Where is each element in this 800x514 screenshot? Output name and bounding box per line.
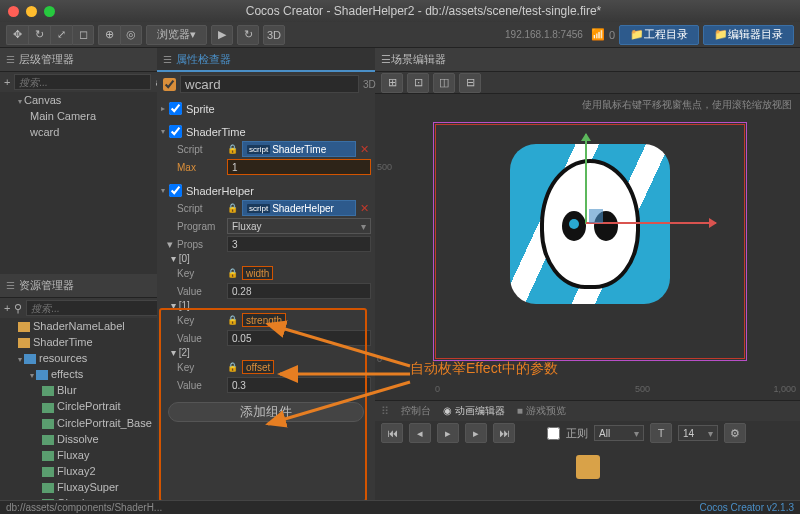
script-label: Script xyxy=(177,203,227,214)
collapse-arrow-icon[interactable]: ▸ xyxy=(161,104,165,113)
lock-icon: 🔒 xyxy=(227,362,238,372)
tree-item-wcard[interactable]: wcard xyxy=(0,124,157,140)
node-enabled-checkbox[interactable] xyxy=(163,78,176,91)
gizmo-y-axis[interactable] xyxy=(585,134,587,224)
bottom-panel-tabs: ⠿ 控制台 ◉ 动画编辑器 ■ 游戏预览 xyxy=(375,401,800,421)
add-node-button[interactable]: + xyxy=(4,76,10,88)
filter-all-dropdown[interactable]: All xyxy=(594,425,644,441)
clear-script-button[interactable]: ✕ xyxy=(358,202,371,215)
anim-last-button[interactable]: ⏭ xyxy=(493,423,515,443)
component-enabled-checkbox[interactable] xyxy=(169,125,182,138)
asset-item[interactable]: CirclePortrait_Base xyxy=(0,415,157,431)
component-enabled-checkbox[interactable] xyxy=(169,184,182,197)
asset-item[interactable]: Blur xyxy=(0,382,157,398)
asset-item[interactable]: Dissolve xyxy=(0,431,157,447)
asset-item[interactable]: Fluxay xyxy=(0,447,157,463)
gizmo-center[interactable] xyxy=(589,209,603,223)
anim-first-button[interactable]: ⏮ xyxy=(381,423,403,443)
scene-tool-button[interactable]: ⊡ xyxy=(407,73,429,93)
key-value-width[interactable]: width xyxy=(242,266,273,280)
tab-handle-icon[interactable]: ⠿ xyxy=(381,405,389,418)
hierarchy-search-input[interactable] xyxy=(14,74,151,90)
sprite-preview[interactable] xyxy=(510,144,670,304)
max-input[interactable] xyxy=(227,159,371,175)
asset-item[interactable]: CirclePortrait xyxy=(0,398,157,414)
filter-button[interactable]: ⚲ xyxy=(14,302,22,315)
inspector-title: 属性检查器 xyxy=(176,52,231,67)
right-column: ☰ 场景编辑器 ⊞ ⊡ ◫ ⊟ 使用鼠标右键平移视窗焦点，使用滚轮缩放视图 0 … xyxy=(375,48,800,500)
clear-script-button[interactable]: ✕ xyxy=(358,143,371,156)
scene-tool-button[interactable]: ⊞ xyxy=(381,73,403,93)
lock-icon: 🔒 xyxy=(227,203,238,213)
array-index-1[interactable]: ▾ [1] xyxy=(161,300,371,311)
tool-move-button[interactable]: ✥ xyxy=(6,25,28,45)
scene-align-button[interactable]: ⊟ xyxy=(459,73,481,93)
tool-rotate-button[interactable]: ↻ xyxy=(28,25,50,45)
value-input[interactable] xyxy=(227,330,371,346)
text-tool-button[interactable]: T xyxy=(650,423,672,443)
anim-settings-button[interactable]: ⚙ xyxy=(724,423,746,443)
collapse-arrow-icon[interactable]: ▾ xyxy=(161,127,165,136)
key-value-strength[interactable]: strength xyxy=(242,313,286,327)
tab-animation[interactable]: ◉ 动画编辑器 xyxy=(443,404,505,418)
add-asset-button[interactable]: + xyxy=(4,302,10,314)
play-button[interactable]: ▶ xyxy=(211,25,233,45)
editor-dir-button[interactable]: 📁 编辑器目录 xyxy=(703,25,794,45)
value-label: Value xyxy=(177,333,227,344)
status-bar: db://assets/components/ShaderH... Cocos … xyxy=(0,500,800,514)
preview-platform-dropdown[interactable]: 浏览器 ▾ xyxy=(146,25,207,45)
mode-3d-button[interactable]: 3D xyxy=(263,25,285,45)
wifi-status: 0 xyxy=(609,29,615,41)
assets-tree: ShaderNameLabel ShaderTime resources eff… xyxy=(0,318,157,500)
asset-item[interactable]: ShaderNameLabel xyxy=(0,318,157,334)
array-index-2[interactable]: ▾ [2] xyxy=(161,347,371,358)
tool-rect-button[interactable]: ◻ xyxy=(72,25,94,45)
tree-item-camera[interactable]: Main Camera xyxy=(0,108,157,124)
value-input[interactable] xyxy=(227,283,371,299)
asset-folder-effects[interactable]: effects xyxy=(0,366,157,382)
close-window-button[interactable] xyxy=(8,6,19,17)
ruler-horizontal: 0 500 1,000 xyxy=(375,384,800,396)
refresh-button[interactable]: ↻ xyxy=(237,25,259,45)
script-reference[interactable]: scriptShaderTime xyxy=(242,141,356,157)
lock-icon: 🔒 xyxy=(227,315,238,325)
asset-folder-resources[interactable]: resources xyxy=(0,350,157,366)
project-dir-button[interactable]: 📁 工程目录 xyxy=(619,25,699,45)
tab-console[interactable]: 控制台 xyxy=(401,404,431,418)
font-size-dropdown[interactable]: 14 xyxy=(678,425,718,441)
asset-item[interactable]: FluxaySuper xyxy=(0,479,157,495)
scene-align-button[interactable]: ◫ xyxy=(433,73,455,93)
scene-viewport[interactable]: 使用鼠标右键平移视窗焦点，使用滚轮缩放视图 0 500 1,000 0 500 xyxy=(375,94,800,400)
asset-item[interactable]: ShaderTime xyxy=(0,334,157,350)
local-toggle-button[interactable]: ◎ xyxy=(120,25,142,45)
tool-scale-button[interactable]: ⤢ xyxy=(50,25,72,45)
maximize-window-button[interactable] xyxy=(44,6,55,17)
regex-checkbox[interactable] xyxy=(547,427,560,440)
add-component-button[interactable]: 添加组件 xyxy=(168,402,364,422)
anchor-toggle-button[interactable]: ⊕ xyxy=(98,25,120,45)
node-name-input[interactable] xyxy=(180,75,359,93)
script-reference[interactable]: scriptShaderHelper xyxy=(242,200,356,216)
value-input[interactable] xyxy=(227,377,371,393)
props-count-input[interactable] xyxy=(227,236,371,252)
anim-prev-button[interactable]: ◂ xyxy=(409,423,431,443)
key-value-offset[interactable]: offset xyxy=(242,360,274,374)
scene-toolbar: ⊞ ⊡ ◫ ⊟ xyxy=(375,72,800,94)
tree-item-canvas[interactable]: Canvas xyxy=(0,92,157,108)
gizmo-x-axis[interactable] xyxy=(586,222,716,224)
warning-icon xyxy=(576,455,600,479)
tab-preview[interactable]: ■ 游戏预览 xyxy=(517,404,566,418)
assets-title: 资源管理器 xyxy=(19,278,74,293)
array-index-0[interactable]: ▾ [0] xyxy=(161,253,371,264)
collapse-arrow-icon[interactable]: ▾ xyxy=(161,186,165,195)
folder-icon xyxy=(36,370,48,380)
asset-item[interactable]: Fluxay2 xyxy=(0,463,157,479)
hierarchy-tree: Canvas Main Camera wcard xyxy=(0,92,157,274)
anim-play-button[interactable]: ▸ xyxy=(437,423,459,443)
component-enabled-checkbox[interactable] xyxy=(169,102,182,115)
anim-next-button[interactable]: ▸ xyxy=(465,423,487,443)
minimize-window-button[interactable] xyxy=(26,6,37,17)
assets-search-input[interactable] xyxy=(26,300,163,316)
program-dropdown[interactable]: Fluxay xyxy=(227,218,371,234)
collapse-arrow-icon[interactable]: ▾ xyxy=(167,238,173,251)
